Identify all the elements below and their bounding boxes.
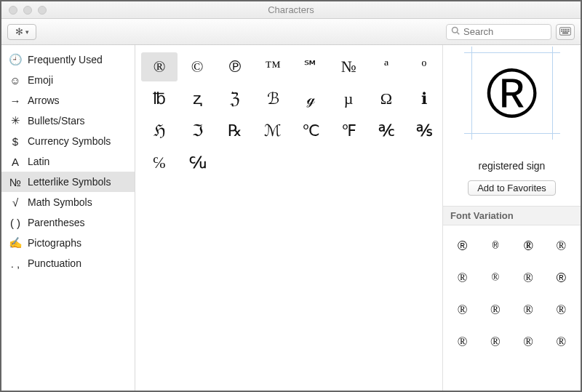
- font-variation-header: Font Variation: [443, 206, 581, 225]
- category-label: Arrows: [28, 95, 60, 106]
- category-label: Frequently Used: [28, 54, 103, 65]
- svg-rect-13: [562, 32, 568, 33]
- category-item[interactable]: ( )Parentheses: [1, 212, 135, 233]
- font-variation-cell[interactable]: ®: [512, 326, 545, 358]
- font-variation-cell[interactable]: ®: [545, 326, 578, 358]
- character-cell[interactable]: ℬ: [255, 84, 291, 113]
- font-variation-cell[interactable]: ®: [512, 294, 545, 326]
- svg-rect-9: [563, 31, 565, 32]
- character-grid-area: ®©℗™℠№ªº℔ⱬℨℬℊµΩℹℌℑ℞ℳ℃℉℀℁℅℆: [135, 45, 442, 391]
- category-label: Emoji: [28, 74, 53, 86]
- character-cell[interactable]: ℌ: [141, 116, 178, 145]
- character-cell[interactable]: ℁: [406, 116, 442, 145]
- svg-rect-5: [565, 28, 566, 30]
- category-item[interactable]: №Letterlike Symbols: [1, 172, 135, 192]
- category-item[interactable]: ALatin: [1, 151, 135, 172]
- category-item[interactable]: ✳Bullets/Stars: [1, 111, 135, 131]
- character-cell[interactable]: ℠: [292, 52, 329, 81]
- category-icon: ✍: [9, 236, 22, 249]
- font-variation-cell[interactable]: ®: [512, 230, 545, 262]
- search-field[interactable]: [446, 24, 551, 40]
- character-cell[interactable]: ™: [255, 52, 291, 81]
- font-variation-cell[interactable]: ®: [446, 326, 479, 358]
- category-sidebar: 🕘Frequently Used☺Emoji→Arrows✳Bullets/St…: [1, 45, 135, 391]
- category-item[interactable]: $Currency Symbols: [1, 131, 135, 151]
- font-variation-cell[interactable]: ®: [479, 262, 511, 294]
- category-label: Currency Symbols: [28, 135, 111, 147]
- character-cell[interactable]: ℳ: [255, 116, 291, 145]
- category-icon: √: [9, 196, 22, 209]
- close-window-button[interactable]: [9, 6, 17, 15]
- category-item[interactable]: ✍Pictographs: [1, 233, 135, 253]
- chevron-down-icon: ▾: [25, 28, 29, 36]
- traffic-lights: [1, 6, 47, 15]
- actions-menu-button[interactable]: ✻ ▾: [7, 24, 36, 40]
- category-label: Latin: [28, 156, 49, 167]
- font-variation-cell[interactable]: ®: [446, 294, 479, 326]
- character-cell[interactable]: ℹ: [406, 84, 442, 113]
- character-cell[interactable]: ℀: [368, 116, 404, 145]
- svg-line-1: [457, 32, 459, 34]
- character-cell[interactable]: ©: [179, 52, 215, 81]
- svg-rect-6: [567, 28, 568, 30]
- category-icon: . ,: [9, 257, 22, 270]
- keyboard-viewer-button[interactable]: [556, 24, 575, 40]
- category-label: Bullets/Stars: [28, 115, 85, 127]
- character-cell[interactable]: №: [330, 52, 367, 81]
- character-cell[interactable]: ℗: [217, 52, 253, 81]
- svg-rect-11: [567, 31, 568, 32]
- character-cell[interactable]: ℑ: [179, 116, 215, 145]
- font-variation-cell[interactable]: ®: [545, 262, 578, 294]
- font-variation-cell[interactable]: ®: [545, 230, 578, 262]
- font-variation-grid: ®®®®®®®®®®®®®®®®: [443, 225, 581, 358]
- font-variation-cell[interactable]: ®: [479, 294, 511, 326]
- category-item[interactable]: →Arrows: [1, 90, 135, 111]
- category-label: Pictographs: [28, 237, 81, 249]
- svg-rect-8: [561, 31, 562, 32]
- character-cell[interactable]: ℆: [179, 148, 215, 177]
- character-cell[interactable]: ℉: [330, 116, 367, 145]
- character-cell[interactable]: ®: [141, 52, 178, 81]
- svg-rect-12: [568, 31, 570, 32]
- keyboard-icon: [559, 25, 571, 39]
- toolbar: ✻ ▾: [1, 19, 581, 45]
- category-icon: ☺: [9, 74, 22, 87]
- category-item[interactable]: 🕘Frequently Used: [1, 49, 135, 70]
- category-icon: →: [9, 95, 22, 107]
- character-cell[interactable]: ℞: [217, 116, 253, 145]
- add-to-favorites-button[interactable]: Add to Favorites: [468, 180, 556, 196]
- font-variation-cell[interactable]: ®: [545, 294, 578, 326]
- category-label: Math Symbols: [28, 196, 92, 208]
- font-variation-cell[interactable]: ®: [479, 230, 511, 262]
- category-icon: 🕘: [9, 53, 22, 66]
- category-icon: №: [9, 176, 22, 188]
- character-cell[interactable]: ℨ: [217, 84, 253, 113]
- character-cell[interactable]: ª: [368, 52, 404, 81]
- font-variation-cell[interactable]: ®: [446, 230, 479, 262]
- character-preview: ®: [443, 45, 581, 141]
- category-item[interactable]: ☺Emoji: [1, 70, 135, 90]
- preview-glyph: ®: [486, 58, 538, 128]
- svg-point-0: [453, 28, 458, 33]
- font-variation-cell[interactable]: ®: [479, 326, 511, 358]
- character-name: registered sign: [443, 160, 581, 172]
- body: 🕘Frequently Used☺Emoji→Arrows✳Bullets/St…: [1, 45, 581, 391]
- font-variation-cell[interactable]: ®: [512, 262, 545, 294]
- category-label: Punctuation: [28, 257, 81, 269]
- category-label: Letterlike Symbols: [28, 176, 111, 188]
- window-title: Characters: [1, 4, 581, 15]
- character-cell[interactable]: ℃: [292, 116, 329, 145]
- character-cell[interactable]: ℊ: [292, 84, 329, 113]
- character-cell[interactable]: ℅: [141, 148, 178, 177]
- character-cell[interactable]: Ω: [368, 84, 404, 113]
- zoom-window-button[interactable]: [38, 6, 47, 15]
- font-variation-cell[interactable]: ®: [446, 262, 479, 294]
- character-cell[interactable]: ⱬ: [179, 84, 215, 113]
- character-cell[interactable]: º: [406, 52, 442, 81]
- category-item[interactable]: . ,Punctuation: [1, 253, 135, 273]
- character-cell[interactable]: µ: [330, 84, 367, 113]
- character-cell[interactable]: ℔: [141, 84, 178, 113]
- search-icon: [451, 26, 460, 37]
- minimize-window-button[interactable]: [23, 6, 32, 15]
- category-item[interactable]: √Math Symbols: [1, 192, 135, 212]
